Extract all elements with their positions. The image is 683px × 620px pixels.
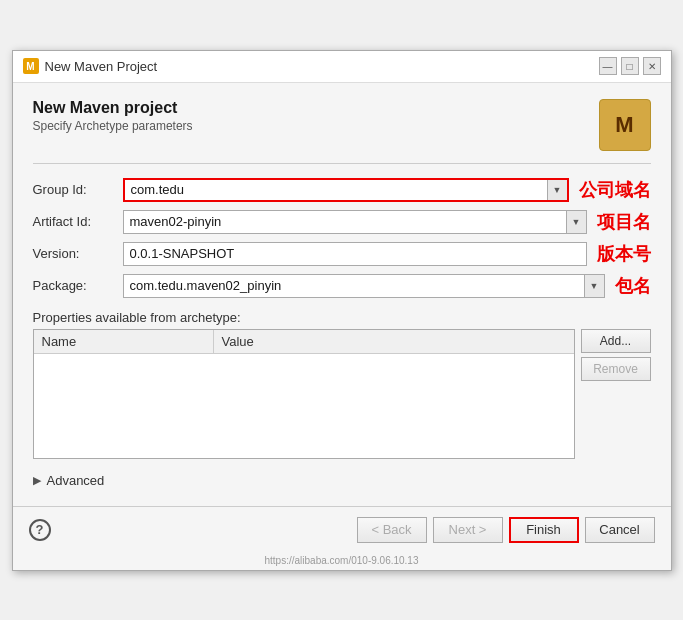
properties-section: Properties available from archetype: Nam… — [33, 310, 651, 459]
maven-title-icon: M — [23, 58, 39, 74]
version-label: Version: — [33, 246, 123, 261]
artifact-id-row: Artifact Id: ▼ 项目名 — [33, 210, 651, 234]
artifact-id-input-wrapper: ▼ 项目名 — [123, 210, 651, 234]
watermark: https://alibaba.com/010-9.06.10.13 — [13, 553, 671, 570]
package-input[interactable] — [124, 275, 584, 297]
footer: ? < Back Next > Finish Cancel — [13, 506, 671, 553]
title-bar-left: M New Maven Project — [23, 58, 158, 74]
version-input-wrapper: 版本号 — [123, 242, 651, 266]
remove-button[interactable]: Remove — [581, 357, 651, 381]
artifact-id-combo[interactable]: ▼ — [123, 210, 587, 234]
page-title: New Maven project — [33, 99, 193, 117]
advanced-section[interactable]: ▶ Advanced — [33, 473, 651, 488]
page-subtitle: Specify Archetype parameters — [33, 119, 193, 133]
maximize-button[interactable]: □ — [621, 57, 639, 75]
version-input[interactable] — [123, 242, 587, 266]
group-id-annotation: 公司域名 — [579, 178, 651, 202]
group-id-label: Group Id: — [33, 182, 123, 197]
advanced-expand-icon: ▶ — [33, 474, 41, 487]
artifact-id-dropdown-arrow[interactable]: ▼ — [566, 211, 586, 233]
back-button[interactable]: < Back — [357, 517, 427, 543]
package-combo[interactable]: ▼ — [123, 274, 605, 298]
artifact-id-label: Artifact Id: — [33, 214, 123, 229]
group-id-input[interactable] — [125, 180, 547, 200]
header-divider — [33, 163, 651, 164]
next-button[interactable]: Next > — [433, 517, 503, 543]
advanced-label: Advanced — [47, 473, 105, 488]
group-id-dropdown-arrow[interactable]: ▼ — [547, 180, 567, 200]
cancel-button[interactable]: Cancel — [585, 517, 655, 543]
package-input-wrapper: ▼ 包名 — [123, 274, 651, 298]
title-bar-controls: — □ ✕ — [599, 57, 661, 75]
header-section: New Maven project Specify Archetype para… — [33, 99, 651, 151]
properties-label: Properties available from archetype: — [33, 310, 651, 325]
group-id-row: Group Id: ▼ 公司域名 — [33, 178, 651, 202]
finish-button[interactable]: Finish — [509, 517, 579, 543]
title-bar: M New Maven Project — □ ✕ — [13, 51, 671, 83]
table-side-buttons: Add... Remove — [581, 329, 651, 459]
footer-buttons: < Back Next > Finish Cancel — [357, 517, 655, 543]
close-button[interactable]: ✕ — [643, 57, 661, 75]
properties-table-wrapper: Name Value Add... Remove — [33, 329, 651, 459]
table-header: Name Value — [34, 330, 574, 354]
group-id-input-wrapper: ▼ 公司域名 — [123, 178, 651, 202]
artifact-id-annotation: 项目名 — [597, 210, 651, 234]
package-annotation: 包名 — [615, 274, 651, 298]
col-name-header: Name — [34, 330, 214, 353]
header-text: New Maven project Specify Archetype para… — [33, 99, 193, 133]
minimize-button[interactable]: — — [599, 57, 617, 75]
content-area: New Maven project Specify Archetype para… — [13, 83, 671, 506]
footer-left: ? — [29, 519, 51, 541]
version-annotation: 版本号 — [597, 242, 651, 266]
add-button[interactable]: Add... — [581, 329, 651, 353]
table-body — [34, 354, 574, 454]
properties-table: Name Value — [33, 329, 575, 459]
package-row: Package: ▼ 包名 — [33, 274, 651, 298]
maven-logo: M — [599, 99, 651, 151]
version-row: Version: 版本号 — [33, 242, 651, 266]
artifact-id-input[interactable] — [124, 211, 566, 233]
group-id-combo[interactable]: ▼ — [123, 178, 569, 202]
main-window: M New Maven Project — □ ✕ New Maven proj… — [12, 50, 672, 571]
col-value-header: Value — [214, 330, 574, 353]
package-dropdown-arrow[interactable]: ▼ — [584, 275, 604, 297]
package-label: Package: — [33, 278, 123, 293]
window-title: New Maven Project — [45, 59, 158, 74]
help-button[interactable]: ? — [29, 519, 51, 541]
